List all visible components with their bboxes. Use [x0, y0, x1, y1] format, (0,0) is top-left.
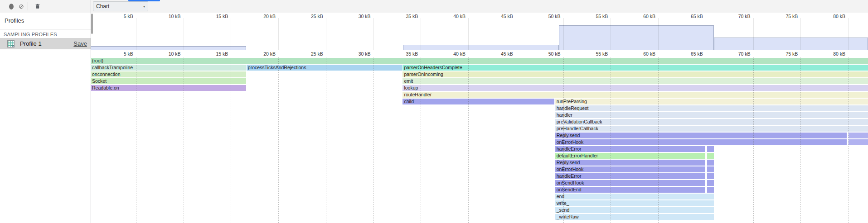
frame-onerrorhook[interactable]: onErrorHook [555, 139, 847, 145]
frame-onerrorhook[interactable] [849, 139, 868, 145]
frame-handleerror[interactable] [707, 146, 714, 152]
gridline [516, 57, 516, 223]
vertical-scrollbar-thumb[interactable] [91, 14, 93, 34]
frame-callbacktrampoline[interactable]: callbackTrampoline [91, 65, 246, 71]
frame-reply.send[interactable] [849, 133, 868, 138]
gridline [753, 57, 754, 223]
trash-icon [35, 3, 40, 10]
frame-defaulterrorhandler[interactable] [707, 153, 714, 159]
frame-readable.on[interactable]: Readable.on [91, 85, 246, 91]
frame-onsendhook[interactable]: onSendHook [555, 180, 705, 186]
record-button[interactable] [6, 1, 16, 11]
ruler-tick-label: 5 kB [109, 51, 133, 57]
ruler-tick-label: 25 kB [299, 14, 323, 19]
frame-reply.send[interactable]: Reply.send [555, 160, 705, 166]
ruler-tick-label: 30 kB [346, 51, 371, 57]
frame-handleerror[interactable]: handleError [555, 146, 705, 152]
gridline [421, 57, 421, 223]
chevron-down-icon: ▾ [143, 5, 145, 9]
gridline [658, 57, 659, 223]
view-mode-value: Chart [96, 3, 109, 9]
ruler-tick-label: 25 kB [299, 51, 323, 57]
frame-_writeraw[interactable]: _writeRaw [555, 214, 714, 220]
gridline [278, 18, 279, 50]
overview-step [91, 46, 246, 50]
frame-onsendend[interactable]: onSendEnd [555, 187, 705, 193]
ruler-tick-label: 5 kB [109, 14, 133, 19]
frame-processticksandrejections[interactable]: processTicksAndRejections [247, 65, 402, 71]
frame-handleerror[interactable]: handleError [555, 173, 705, 179]
ruler-tick-label: 75 kB [773, 51, 798, 57]
ruler-tick-label: 60 kB [631, 51, 655, 57]
overview-step [559, 25, 713, 50]
frame-child[interactable]: child [402, 99, 554, 104]
profiles-sidebar: Profiles SAMPLING PROFILES % Profile 1 S… [0, 13, 91, 223]
gridline [611, 18, 611, 50]
gridline [706, 18, 706, 50]
gridline [848, 18, 849, 50]
gridline [136, 18, 136, 50]
frame-emit[interactable]: emit [402, 78, 868, 84]
gridline [848, 57, 849, 223]
ruler-tick-label: 45 kB [489, 14, 513, 19]
frame-onsendhook[interactable] [707, 180, 714, 186]
frame-socket[interactable]: Socket [91, 78, 246, 84]
frame-reply.send[interactable]: Reply.send [555, 133, 847, 138]
gridline [706, 57, 706, 223]
frame-onconnection[interactable]: onconnection [91, 71, 246, 77]
gridline [136, 57, 136, 223]
frame-parseronheaderscomplete[interactable]: parserOnHeadersComplete [402, 65, 868, 71]
frame-prevalidationcallback[interactable]: preValidationCallback [555, 119, 868, 125]
ruler-tick-label: 45 kB [489, 51, 513, 57]
ruler-tick-label: 50 kB [536, 51, 561, 57]
frame-defaulterrorhandler[interactable]: defaultErrorHandler [555, 153, 705, 159]
ruler-tick-label: 20 kB [251, 51, 276, 57]
frame-onerrorhook[interactable]: onErrorHook [555, 166, 705, 172]
frame-root[interactable]: (root) [91, 58, 868, 64]
ruler-tick-label: 15 kB [204, 14, 228, 19]
view-mode-select[interactable]: Chart ▾ [93, 1, 148, 11]
ruler-tick-label: 35 kB [393, 51, 418, 57]
overview-step [714, 38, 868, 50]
gridline [658, 18, 659, 50]
ruler-tick-label: 55 kB [583, 51, 608, 57]
frame-onsendend[interactable] [707, 187, 714, 193]
save-profile-link[interactable]: Save [73, 40, 87, 47]
sidebar-item-profile-1[interactable]: % Profile 1 Save [0, 38, 91, 49]
gridline [421, 18, 421, 50]
gridline [278, 57, 279, 223]
delete-profile-button[interactable] [33, 1, 43, 11]
frame-handleerror[interactable] [707, 173, 714, 179]
frame-write_[interactable]: write_ [555, 200, 714, 206]
frame-runpreparsing[interactable]: runPreParsing [555, 99, 868, 104]
frame-lookup[interactable]: lookup [402, 85, 868, 91]
frame-handler[interactable]: handler [555, 112, 868, 118]
gridline [373, 57, 374, 223]
gridline [563, 57, 564, 223]
frame-handlerequest[interactable]: handleRequest [555, 105, 868, 111]
memory-profiler-panel: Chart ▾ Profiles SAMPLING PROFILES % Pro… [0, 0, 868, 223]
sidebar-heading: Profiles [5, 17, 24, 24]
ruler-tick-label: 30 kB [346, 14, 371, 19]
frame-routehandler[interactable]: routeHandler [402, 92, 868, 98]
sidebar-divider [0, 29, 91, 29]
ruler-tick-label: 70 kB [726, 14, 751, 19]
frame-reply.send[interactable] [707, 160, 714, 166]
frame-end[interactable]: end [555, 194, 714, 199]
flame-chart-area: 5 kB10 kB15 kB20 kB25 kB30 kB35 kB40 kB4… [91, 13, 868, 223]
gridline [468, 57, 469, 223]
frame-onerrorhook[interactable] [707, 166, 714, 172]
ruler-tick-label: 35 kB [393, 14, 418, 19]
ruler-tick-label: 20 kB [251, 14, 276, 19]
gridline [611, 57, 611, 223]
frame-parseronincoming[interactable]: parserOnIncoming [402, 71, 868, 77]
ruler-tick-label: 60 kB [631, 14, 655, 19]
profile-table-icon: % [7, 40, 15, 47]
frame-prehandlercallback[interactable]: preHandlerCallback [555, 126, 868, 132]
gridline [468, 18, 469, 50]
clear-profiles-button[interactable] [16, 1, 26, 11]
block-icon [19, 3, 24, 10]
ruler-tick-label: 50 kB [536, 14, 561, 19]
frame-_send[interactable]: _send [555, 207, 714, 213]
gridline [373, 18, 374, 50]
